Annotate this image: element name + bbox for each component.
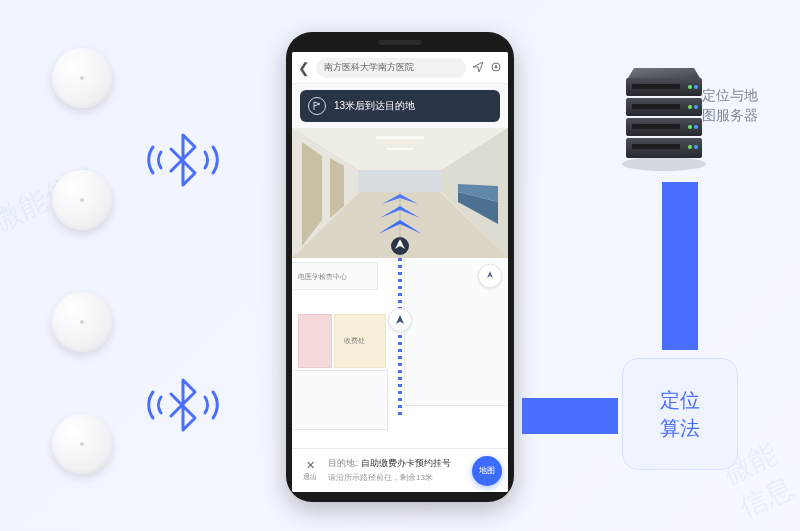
svg-rect-23 bbox=[632, 84, 680, 89]
ble-beacon bbox=[52, 414, 112, 474]
app-header: ❮ 南方医科大学南方医院 bbox=[292, 52, 508, 84]
nav-arrow-icon[interactable] bbox=[472, 61, 484, 75]
algo-label: 定位 算法 bbox=[660, 386, 700, 442]
svg-rect-24 bbox=[632, 104, 680, 109]
ar-corridor-view bbox=[292, 128, 508, 258]
dest-subtext: 请沿所示路径前往，剩余13米 bbox=[328, 472, 466, 483]
svg-marker-18 bbox=[628, 68, 700, 78]
ar-direction-chevrons bbox=[376, 192, 424, 256]
flag-icon bbox=[308, 97, 326, 115]
map-fab-button[interactable]: 地图 bbox=[472, 456, 502, 486]
compass-button[interactable] bbox=[478, 264, 502, 288]
phone-screen: ❮ 南方医科大学南方医院 13米后到达目的地 bbox=[292, 52, 508, 492]
nav-banner: 13米后到达目的地 bbox=[300, 90, 500, 122]
server-icon bbox=[616, 64, 712, 172]
bluetooth-signal-icon bbox=[140, 125, 226, 195]
map-heading-indicator bbox=[388, 308, 412, 332]
svg-point-29 bbox=[688, 105, 692, 109]
destination-info: 目的地: 自助缴费办卡预约挂号 请沿所示路径前往，剩余13米 bbox=[328, 458, 466, 483]
close-icon: ✕ bbox=[306, 459, 315, 472]
phone-speaker bbox=[378, 40, 422, 45]
banner-text: 13米后到达目的地 bbox=[334, 99, 415, 113]
svg-rect-25 bbox=[632, 124, 680, 129]
ble-beacon bbox=[52, 170, 112, 230]
svg-rect-12 bbox=[376, 136, 424, 139]
location-pill[interactable]: 南方医科大学南方医院 bbox=[316, 58, 466, 78]
floor-map[interactable]: 电医学检查中心 收费处 bbox=[292, 258, 508, 448]
map-fab-label: 地图 bbox=[479, 465, 495, 476]
svg-point-31 bbox=[688, 125, 692, 129]
svg-rect-26 bbox=[632, 144, 680, 149]
bidirectional-arrow-horizontal bbox=[522, 398, 618, 434]
ble-beacon bbox=[52, 48, 112, 108]
ble-beacon bbox=[52, 292, 112, 352]
server-label: 定位与地图服务器 bbox=[702, 86, 766, 125]
dest-label: 目的地: bbox=[328, 458, 357, 470]
svg-point-17 bbox=[622, 157, 706, 171]
svg-point-1 bbox=[495, 65, 498, 68]
svg-point-27 bbox=[688, 85, 692, 89]
target-icon[interactable] bbox=[490, 61, 502, 75]
exit-button[interactable]: ✕ 退出 bbox=[298, 459, 322, 482]
svg-rect-13 bbox=[386, 148, 414, 150]
svg-point-32 bbox=[694, 125, 698, 129]
positioning-algorithm-box: 定位 算法 bbox=[622, 358, 738, 470]
svg-rect-5 bbox=[358, 170, 442, 192]
bluetooth-signal-icon bbox=[140, 370, 226, 440]
bidirectional-arrow-vertical bbox=[662, 182, 698, 350]
exit-label: 退出 bbox=[303, 472, 317, 482]
svg-point-28 bbox=[694, 85, 698, 89]
svg-point-33 bbox=[688, 145, 692, 149]
room-label: 收费处 bbox=[344, 336, 365, 346]
back-icon[interactable]: ❮ bbox=[298, 60, 310, 76]
beacon-column bbox=[52, 48, 112, 474]
location-text: 南方医科大学南方医院 bbox=[324, 61, 414, 74]
svg-point-34 bbox=[694, 145, 698, 149]
svg-point-30 bbox=[694, 105, 698, 109]
dest-value: 自助缴费办卡预约挂号 bbox=[361, 458, 451, 470]
bottom-bar: ✕ 退出 目的地: 自助缴费办卡预约挂号 请沿所示路径前往，剩余13米 地图 bbox=[292, 448, 508, 492]
phone-mockup: ❮ 南方医科大学南方医院 13米后到达目的地 bbox=[286, 32, 514, 502]
